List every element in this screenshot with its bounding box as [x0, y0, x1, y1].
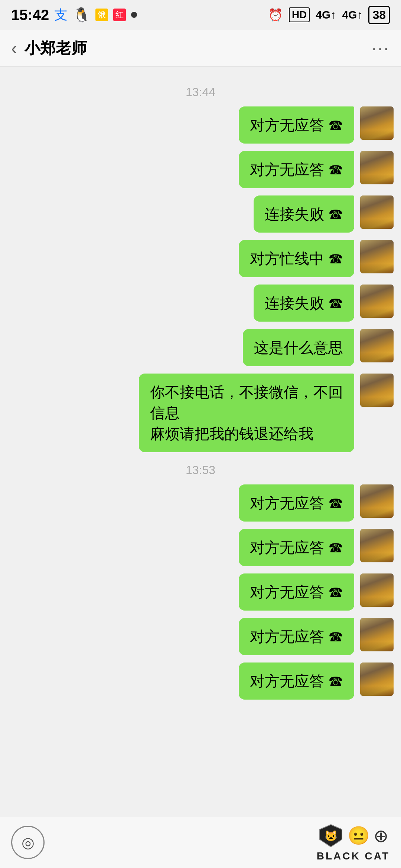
timestamp-1353: 13:53 — [7, 463, 394, 477]
avatar — [360, 374, 394, 407]
svg-text:🐱: 🐱 — [325, 830, 338, 842]
blackcat-watermark: 🐱 😐 ⊕ BLACK CAT — [317, 823, 390, 862]
message-bubble: 对方无应答 ☎ — [239, 573, 354, 611]
message-bubble: 对方无应答 ☎ — [239, 529, 354, 566]
meituan-icon: 饿 — [95, 9, 108, 21]
message-row: 连接失败 ☎ — [7, 195, 394, 233]
avatar — [360, 529, 394, 562]
chat-title: 小郑老师 — [25, 38, 372, 59]
voice-icon: ◎ — [22, 834, 35, 851]
message-bubble: 你不接电话，不接微信，不回信息麻烦请把我的钱退还给我 — [139, 374, 354, 452]
message-bubble: 连接失败 ☎ — [254, 195, 354, 233]
avatar — [360, 195, 394, 229]
blackcat-icons: 🐱 😐 ⊕ — [318, 823, 388, 849]
message-bubble: 连接失败 ☎ — [254, 285, 354, 322]
nav-bar: ‹ 小郑老师 ··· — [0, 30, 401, 67]
avatar — [360, 106, 394, 140]
notification-dot — [131, 12, 137, 18]
message-bubble: 对方无应答 ☎ — [239, 484, 354, 522]
voice-button[interactable]: ◎ — [11, 826, 45, 859]
alarm-icon: ⏰ — [268, 8, 283, 22]
qq-icon: 🐧 — [73, 7, 90, 23]
blackcat-label: BLACK CAT — [317, 850, 390, 862]
message-row: 你不接电话，不接微信，不回信息麻烦请把我的钱退还给我 — [7, 374, 394, 452]
message-bubble: 这是什么意思 — [243, 329, 354, 366]
back-button[interactable]: ‹ — [11, 38, 17, 58]
message-bubble: 对方无应答 ☎ — [239, 106, 354, 144]
avatar — [360, 329, 394, 362]
redbook-icon: 红 — [113, 9, 126, 21]
message-row: 对方无应答 ☎ — [7, 618, 394, 655]
message-bubble: 对方无应答 ☎ — [239, 662, 354, 700]
avatar — [360, 618, 394, 651]
message-row: 对方无应答 ☎ — [7, 484, 394, 522]
avatar — [360, 285, 394, 318]
hd-badge: HD — [289, 7, 310, 22]
signal1-icon: 4G↑ — [316, 9, 336, 21]
message-row: 对方无应答 ☎ — [7, 151, 394, 188]
plus-circle-icon: ⊕ — [374, 825, 388, 846]
message-bubble: 对方忙线中 ☎ — [239, 240, 354, 277]
bottom-bar: ◎ 🐱 😐 ⊕ BLACK CAT — [0, 816, 401, 868]
avatar — [360, 662, 394, 696]
status-right: ⏰ HD 4G↑ 4G↑ 38 — [268, 6, 390, 24]
message-bubble: 对方无应答 ☎ — [239, 618, 354, 655]
status-bar: 15:42 支 🐧 饿 红 ⏰ HD 4G↑ 4G↑ 38 — [0, 0, 401, 30]
chat-area: 13:44 对方无应答 ☎ 对方无应答 ☎ 连接失败 ☎ 对方忙线中 ☎ 连接失… — [0, 67, 401, 752]
message-row: 对方无应答 ☎ — [7, 529, 394, 566]
battery-indicator: 38 — [368, 6, 390, 24]
avatar — [360, 151, 394, 184]
message-row: 对方无应答 ☎ — [7, 573, 394, 611]
alipay-icon: 支 — [54, 6, 68, 24]
message-row: 对方忙线中 ☎ — [7, 240, 394, 277]
status-left: 15:42 支 🐧 饿 红 — [11, 6, 137, 24]
message-row: 对方无应答 ☎ — [7, 662, 394, 700]
timestamp-1344: 13:44 — [7, 85, 394, 99]
message-row: 对方无应答 ☎ — [7, 106, 394, 144]
message-row: 连接失败 ☎ — [7, 285, 394, 322]
signal2-icon: 4G↑ — [342, 9, 362, 21]
message-row: 这是什么意思 — [7, 329, 394, 366]
more-options-button[interactable]: ··· — [372, 39, 390, 57]
avatar — [360, 240, 394, 273]
status-time: 15:42 — [11, 7, 49, 23]
avatar — [360, 484, 394, 518]
message-bubble: 对方无应答 ☎ — [239, 151, 354, 188]
blackcat-shield-icon: 🐱 — [318, 823, 344, 849]
avatar — [360, 573, 394, 607]
smiley-icon: 😐 — [348, 825, 370, 846]
